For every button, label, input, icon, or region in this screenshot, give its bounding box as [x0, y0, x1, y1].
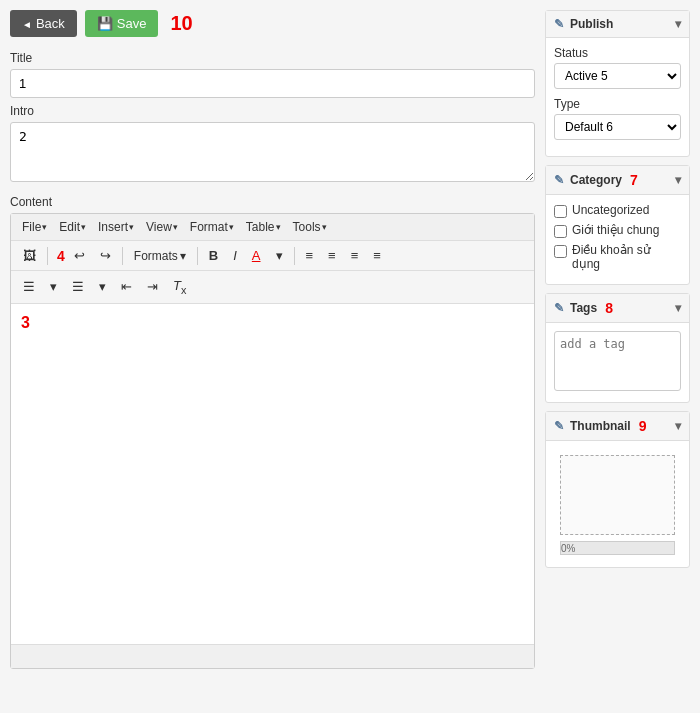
publish-panel-body: Status Active 5 Inactive Type Default 6 …	[546, 38, 689, 156]
align-justify-button[interactable]: ≡	[367, 245, 387, 266]
category-item-dieu-khoan: Điều khoản sử dụng	[554, 243, 681, 271]
tags-toggle[interactable]: ▾	[675, 301, 681, 315]
indent-button[interactable]: ⇥	[141, 276, 164, 297]
font-color-button[interactable]: A	[246, 245, 267, 266]
intro-input[interactable]: 2	[10, 122, 535, 182]
tags-panel: ✎ Tags 8 ▾	[545, 293, 690, 403]
file-arrow: ▾	[42, 222, 47, 232]
editor-toolbar-row2: ☰ ▾ ☰ ▾ ⇤ ⇥ Tx	[11, 271, 534, 304]
view-arrow: ▾	[173, 222, 178, 232]
tags-icon: ✎	[554, 301, 564, 315]
checkbox-dieu-khoan[interactable]	[554, 245, 567, 258]
editor-toolbar-row1: 🖼 4 ↩ ↪ Formats ▾ B I A ▾ ≡ ≡ ≡ ≡	[11, 241, 534, 271]
outdent-button[interactable]: ⇤	[115, 276, 138, 297]
page-number: 10	[170, 12, 192, 35]
thumbnail-icon: ✎	[554, 419, 564, 433]
edit-arrow: ▾	[81, 222, 86, 232]
bold-button[interactable]: B	[203, 245, 224, 266]
redo-button[interactable]: ↪	[94, 245, 117, 266]
formats-dropdown[interactable]: Formats ▾	[128, 246, 192, 266]
ordered-list-dropdown[interactable]: ▾	[93, 276, 112, 297]
title-label: Title	[10, 51, 535, 65]
type-select[interactable]: Default 6 Page Blog	[554, 114, 681, 140]
save-icon: 💾	[97, 16, 113, 31]
menu-format[interactable]: Format ▾	[185, 218, 239, 236]
editor-wrapper: File ▾ Edit ▾ Insert ▾ View ▾ Format ▾ T…	[10, 213, 535, 669]
top-toolbar: Back 💾 Save 10	[10, 10, 535, 37]
category-item-uncategorized: Uncategorized	[554, 203, 681, 218]
tags-input[interactable]	[554, 331, 681, 391]
separator2	[122, 247, 123, 265]
title-input[interactable]	[10, 69, 535, 98]
back-icon	[22, 16, 32, 31]
separator3	[197, 247, 198, 265]
clear-format-button[interactable]: Tx	[167, 275, 192, 299]
thumbnail-progress-bar: 0%	[560, 541, 675, 555]
category-item-gioi-thieu: Giới thiệu chung	[554, 223, 681, 238]
tools-arrow: ▾	[322, 222, 327, 232]
category-toggle[interactable]: ▾	[675, 173, 681, 187]
thumbnail-panel-header: ✎ Thumbnail 9 ▾	[546, 412, 689, 441]
align-center-button[interactable]: ≡	[322, 245, 342, 266]
thumbnail-upload-area[interactable]	[560, 455, 675, 535]
publish-panel-header: ✎ Publish ▾	[546, 11, 689, 38]
separator4	[294, 247, 295, 265]
content-label: Content	[10, 195, 535, 209]
side-column: ✎ Publish ▾ Status Active 5 Inactive Typ…	[545, 10, 690, 703]
tags-panel-body	[546, 323, 689, 402]
category-panel-body: Uncategorized Giới thiệu chung Điều khoả…	[546, 195, 689, 284]
content-number: 3	[21, 314, 30, 331]
menu-view[interactable]: View ▾	[141, 218, 183, 236]
toolbar-number: 4	[57, 248, 65, 264]
category-panel-header: ✎ Category 7 ▾	[546, 166, 689, 195]
status-field-row: Status Active 5 Inactive	[554, 46, 681, 89]
intro-label: Intro	[10, 104, 535, 118]
insert-image-button[interactable]: 🖼	[17, 245, 42, 266]
publish-panel: ✎ Publish ▾ Status Active 5 Inactive Typ…	[545, 10, 690, 157]
undo-button[interactable]: ↩	[68, 245, 91, 266]
thumbnail-panel: ✎ Thumbnail 9 ▾ 0%	[545, 411, 690, 568]
table-arrow: ▾	[276, 222, 281, 232]
menu-edit[interactable]: Edit ▾	[54, 218, 91, 236]
save-button[interactable]: 💾 Save	[85, 10, 159, 37]
tags-panel-header: ✎ Tags 8 ▾	[546, 294, 689, 323]
menu-table[interactable]: Table ▾	[241, 218, 286, 236]
format-arrow: ▾	[229, 222, 234, 232]
editor-content[interactable]: 3	[11, 304, 534, 644]
menu-insert[interactable]: Insert ▾	[93, 218, 139, 236]
align-right-button[interactable]: ≡	[345, 245, 365, 266]
formats-arrow: ▾	[180, 249, 186, 263]
font-color-dropdown[interactable]: ▾	[270, 245, 289, 266]
status-label: Status	[554, 46, 681, 60]
insert-arrow: ▾	[129, 222, 134, 232]
editor-footer	[11, 644, 534, 668]
unordered-list-button[interactable]: ☰	[17, 276, 41, 297]
unordered-list-dropdown[interactable]: ▾	[44, 276, 63, 297]
type-label: Type	[554, 97, 681, 111]
checkbox-uncategorized[interactable]	[554, 205, 567, 218]
separator1	[47, 247, 48, 265]
menu-file[interactable]: File ▾	[17, 218, 52, 236]
ordered-list-button[interactable]: ☰	[66, 276, 90, 297]
status-select[interactable]: Active 5 Inactive	[554, 63, 681, 89]
back-button[interactable]: Back	[10, 10, 77, 37]
italic-button[interactable]: I	[227, 245, 243, 266]
thumbnail-panel-body: 0%	[546, 441, 689, 567]
thumbnail-toggle[interactable]: ▾	[675, 419, 681, 433]
category-icon: ✎	[554, 173, 564, 187]
align-left-button[interactable]: ≡	[300, 245, 320, 266]
checkbox-gioi-thieu[interactable]	[554, 225, 567, 238]
type-field-row: Type Default 6 Page Blog	[554, 97, 681, 140]
menu-tools[interactable]: Tools ▾	[288, 218, 332, 236]
publish-icon: ✎	[554, 17, 564, 31]
category-panel: ✎ Category 7 ▾ Uncategorized Giới thiệu …	[545, 165, 690, 285]
editor-menubar: File ▾ Edit ▾ Insert ▾ View ▾ Format ▾ T…	[11, 214, 534, 241]
publish-toggle[interactable]: ▾	[675, 17, 681, 31]
